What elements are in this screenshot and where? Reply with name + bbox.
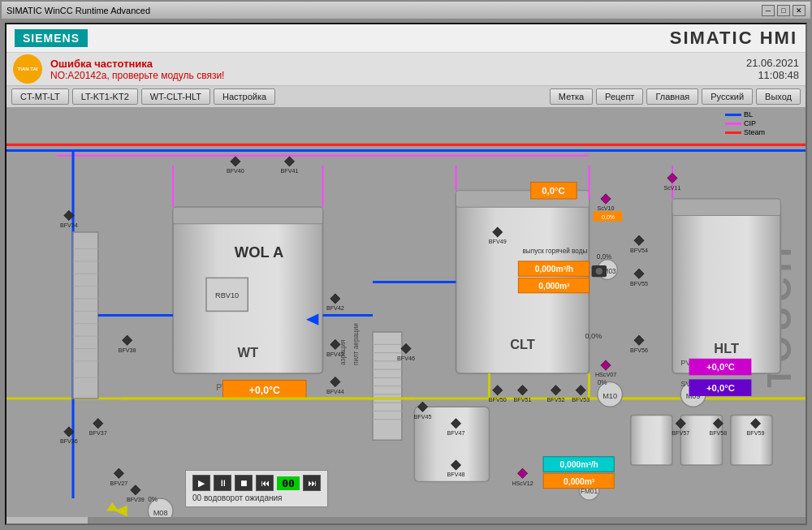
svg-text:BFV50: BFV50: [489, 397, 507, 403]
nav-recipe[interactable]: Рецепт: [596, 88, 643, 105]
svg-text:BFV58: BFV58: [709, 430, 727, 437]
svg-marker-76: [330, 377, 340, 386]
svg-text:0,000m³: 0,000m³: [538, 282, 570, 291]
svg-text:0,000m³/h: 0,000m³/h: [560, 460, 598, 469]
nav-exit[interactable]: Выход: [756, 88, 801, 105]
svg-marker-100: [634, 335, 644, 345]
scrollbar-thumb[interactable]: [6, 517, 88, 524]
svg-text:ScV10: ScV10: [597, 205, 614, 212]
svg-marker-72: [330, 294, 340, 304]
svg-text:BFV41: BFV41: [281, 168, 299, 175]
nav-lang[interactable]: Русский: [702, 88, 753, 105]
svg-text:BFV37: BFV37: [89, 430, 107, 437]
nav-ct-mt-lt[interactable]: CT-MT-LT: [11, 88, 69, 105]
svg-text:CLT: CLT: [510, 337, 535, 351]
svg-text:BFV40: BFV40: [227, 168, 244, 175]
hmi-inner: SIEMENS SIMATIC HMI TIAN TAI Ошибка част…: [5, 23, 807, 525]
window-frame: SIMATIC WinCC Runtime Advanced ─ □ ✕ SIE…: [0, 0, 812, 530]
nav-main[interactable]: Главная: [646, 88, 698, 105]
svg-marker-70: [284, 157, 294, 166]
svg-text:M08: M08: [153, 509, 168, 517]
svg-marker-66: [122, 335, 132, 345]
hmi-header: SIEMENS SIMATIC HMI: [6, 24, 806, 53]
svg-marker-64: [93, 419, 103, 429]
svg-marker-161: [106, 502, 119, 511]
svg-text:0,000m³/h: 0,000m³/h: [535, 265, 573, 274]
svg-text:BFV49: BFV49: [489, 239, 507, 245]
svg-text:BFV57: BFV57: [672, 430, 689, 437]
svg-text:BFV46: BFV46: [397, 355, 415, 362]
svg-text:BFV54: BFV54: [630, 248, 648, 254]
title-bar-text: SIMATIC WinCC Runtime Advanced: [6, 6, 762, 15]
svg-text:0,0%: 0,0%: [597, 253, 612, 261]
svg-marker-112: [601, 194, 611, 204]
svg-text:0,0%: 0,0%: [585, 332, 602, 340]
svg-text:BFV59: BFV59: [747, 430, 765, 437]
svg-rect-15: [672, 199, 780, 216]
transport-controls: ▶ ⏸ ⏹ ⏮ 00 ⏭: [192, 475, 321, 491]
svg-marker-110: [131, 485, 140, 495]
svg-rect-22: [73, 232, 98, 399]
svg-text:WT: WT: [238, 345, 258, 360]
svg-text:BFV48: BFV48: [447, 472, 465, 478]
counter-display: 00: [277, 476, 300, 490]
transport-control-panel: ▶ ⏸ ⏹ ⏮ 00 ⏭ 00 водоворот ожидания: [185, 470, 328, 507]
time-display: 11:08:48: [746, 69, 799, 81]
date-display: 21.06.2021: [746, 57, 799, 69]
close-button[interactable]: ✕: [793, 5, 806, 16]
minimize-button[interactable]: ─: [762, 5, 775, 16]
alarm-bar: TIAN TAI Ошибка частотника NO:A20142а, п…: [6, 53, 806, 86]
svg-text:BFV42: BFV42: [326, 305, 344, 312]
svg-marker-120: [517, 468, 527, 478]
svg-text:HScV12: HScV12: [512, 480, 533, 487]
maximize-button[interactable]: □: [777, 5, 790, 16]
datetime: 21.06.2021 11:08:48: [746, 57, 799, 81]
play-button[interactable]: ▶: [192, 475, 210, 491]
svg-marker-92: [551, 386, 560, 395]
svg-marker-80: [401, 343, 411, 353]
svg-marker-116: [667, 173, 677, 183]
alarm-line2: NO:A20142а, проверьте модуль связи!: [50, 70, 738, 81]
svg-text:0%: 0%: [148, 496, 158, 503]
svg-text:0,0%: 0,0%: [602, 214, 615, 221]
counter-label: 00 водоворот ожидания: [192, 493, 321, 502]
nav-mark[interactable]: Метка: [550, 88, 593, 105]
svg-text:0%: 0%: [598, 379, 607, 386]
nav-lt-kt1-kt2[interactable]: LT-KT1-KT2: [72, 88, 138, 105]
pause-button[interactable]: ⏸: [214, 475, 231, 491]
nav-bar: CT-MT-LT LT-KT1-KT2 WT-CLT-HLT Настройка…: [6, 86, 806, 107]
svg-text:BFV39: BFV39: [127, 497, 145, 503]
scada-diagram: WT PV +0,0°C CLT HLT: [6, 107, 806, 524]
title-bar: SIMATIC WinCC Runtime Advanced ─ □ ✕: [2, 2, 810, 19]
nav-wt-clt-hlt[interactable]: WT-CLT-HLT: [141, 88, 210, 105]
svg-text:WOL A: WOL A: [235, 243, 283, 261]
svg-text:BFV34: BFV34: [60, 222, 78, 229]
forward-button[interactable]: ⏭: [303, 475, 321, 491]
svg-text:пилт аерации: пилт аерации: [352, 323, 360, 365]
svg-marker-108: [114, 468, 123, 478]
svg-text:RBV10: RBV10: [215, 291, 239, 299]
svg-marker-88: [493, 386, 503, 395]
rewind-button[interactable]: ⏮: [256, 475, 274, 491]
svg-text:M10: M10: [603, 392, 617, 400]
stop-button[interactable]: ⏹: [235, 475, 253, 491]
tiantai-logo: TIAN TAI: [13, 54, 42, 84]
svg-text:HLT: HLT: [714, 341, 739, 355]
svg-point-143: [596, 268, 603, 274]
svg-text:BFV36: BFV36: [60, 438, 78, 445]
svg-text:ScV11: ScV11: [663, 185, 680, 192]
alarm-line1: Ошибка частотника: [50, 58, 738, 70]
svg-text:BFV44: BFV44: [326, 389, 344, 395]
svg-rect-17: [631, 416, 672, 466]
nav-settings[interactable]: Настройка: [214, 88, 275, 105]
svg-text:BFV43: BFV43: [326, 351, 344, 358]
horizontal-scrollbar[interactable]: [6, 517, 806, 524]
svg-marker-118: [601, 360, 611, 370]
svg-text:BFV55: BFV55: [630, 281, 648, 287]
svg-text:0,000m³: 0,000m³: [564, 477, 595, 486]
svg-text:+0,0°C: +0,0°C: [706, 362, 735, 372]
svg-marker-96: [634, 235, 644, 245]
svg-rect-6: [173, 207, 323, 224]
svg-text:BFV52: BFV52: [547, 397, 565, 403]
svg-text:+0,0°C: +0,0°C: [249, 385, 280, 396]
